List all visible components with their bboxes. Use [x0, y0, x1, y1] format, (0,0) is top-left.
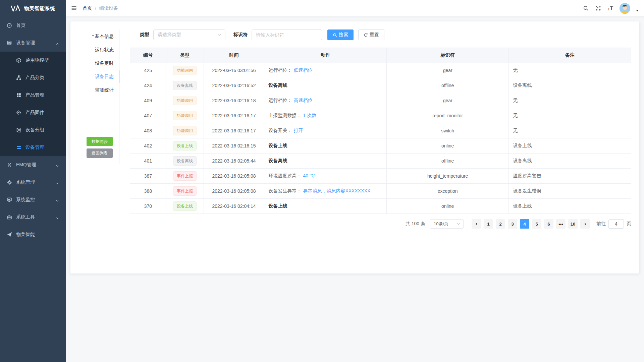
- cell-remark: 设备离线: [509, 78, 631, 93]
- column-header-标识符: 标识符: [386, 48, 509, 63]
- type-tag: 设备上线: [173, 201, 197, 211]
- cell-time: 2022-03-16 02:05:44: [204, 154, 264, 169]
- sidebar-item-设备分组[interactable]: 设备分组: [0, 121, 66, 139]
- caret-down-icon[interactable]: [636, 10, 639, 11]
- sidebar-item-系统管理[interactable]: 系统管理: [0, 174, 66, 191]
- detail-tab-nav: *基本信息运行状态设备定时设备日志监测统计 数据同步 返回列表: [70, 29, 119, 164]
- tab-运行状态[interactable]: 运行状态: [70, 43, 119, 56]
- search-icon[interactable]: [582, 5, 589, 12]
- type-select[interactable]: 请选择类型: [153, 29, 225, 40]
- cell-id: 408: [130, 123, 166, 138]
- search-button[interactable]: 搜索: [327, 29, 354, 40]
- log-table-header-row: 编号类型时间动作标识符备注: [130, 48, 631, 63]
- column-header-编号: 编号: [130, 48, 166, 63]
- sidebar-item-通用物模型[interactable]: 通用物模型: [0, 52, 66, 69]
- sidebar-item-产品分类[interactable]: 产品分类: [0, 69, 66, 86]
- action-link[interactable]: 低速档位: [293, 67, 312, 73]
- cell-identifier: exception: [386, 184, 509, 199]
- sidebar-item-设备管理[interactable]: 设备管理: [0, 139, 66, 156]
- cell-identifier: switch: [386, 123, 509, 138]
- cube-icon: [16, 58, 21, 63]
- avatar[interactable]: [620, 3, 630, 14]
- table-row: 387事件上报2022-03-16 02:05:08环境温度过高：40 ℃hei…: [130, 169, 631, 184]
- jump-page-input[interactable]: [608, 219, 624, 229]
- cell-identifier: gear: [386, 63, 509, 78]
- cell-time: 2022-03-16 02:16:52: [204, 78, 264, 93]
- cell-identifier: report_monitor: [386, 108, 509, 123]
- tab-设备定时[interactable]: 设备定时: [70, 56, 119, 70]
- sidebar-item-label: 产品管理: [25, 92, 63, 98]
- required-asterisk: *: [92, 34, 94, 39]
- action-link[interactable]: 1 次数: [303, 113, 316, 118]
- cell-id: 401: [130, 154, 166, 169]
- sidebar-item-系统工具[interactable]: 系统工具: [0, 208, 66, 226]
- chevron-down-icon: [218, 33, 222, 37]
- sidebar-item-产品固件[interactable]: 产品固件: [0, 104, 66, 121]
- type-tag: 功能调用: [173, 66, 197, 75]
- cell-remark: 无: [509, 93, 631, 108]
- tab-基本信息[interactable]: *基本信息: [70, 29, 119, 43]
- page-button-2[interactable]: 2: [496, 219, 505, 229]
- cell-action: 运行档位：低速档位: [264, 63, 387, 78]
- page-button-10[interactable]: 10: [568, 219, 578, 229]
- sidebar-item-EMQ管理[interactable]: EMQ管理: [0, 156, 66, 174]
- tab-label: 设备日志: [95, 74, 114, 79]
- reset-button[interactable]: 重置: [358, 29, 384, 40]
- page-button-1[interactable]: 1: [484, 219, 493, 229]
- toolbox-icon: [7, 215, 12, 220]
- next-page-button[interactable]: [580, 219, 590, 229]
- more-pages-button[interactable]: •••: [556, 219, 566, 229]
- cell-time: 2022-03-16 02:16:17: [204, 108, 264, 123]
- device-log-table: 编号类型时间动作标识符备注 425功能调用2022-03-16 03:01:56…: [130, 48, 631, 214]
- action-link[interactable]: 异常消息，消息内容XXXXXXXX: [303, 188, 370, 193]
- chevron-down-icon: [56, 181, 59, 184]
- sidebar-item-label: 设备管理: [16, 40, 56, 46]
- log-filter-form: 类型 请选择类型 标识符 搜索 重置: [140, 29, 631, 40]
- page-size-select[interactable]: 10条/页: [430, 219, 464, 229]
- cell-action: 运行档位：高速档位: [264, 93, 387, 108]
- refresh-icon: [364, 33, 368, 37]
- table-row: 370设备上线2022-03-16 02:04:14设备上线online设备上线: [130, 199, 631, 214]
- font-size-icon[interactable]: TT: [607, 5, 614, 12]
- search-button-label: 搜索: [339, 32, 348, 38]
- tab-监测统计[interactable]: 监测统计: [70, 83, 119, 97]
- tab-设备日志[interactable]: 设备日志: [70, 70, 119, 83]
- sidebar-item-首页[interactable]: 首页: [0, 17, 66, 34]
- table-row: 401设备离线2022-03-16 02:05:44设备离线offline设备离…: [130, 154, 631, 169]
- page-button-3[interactable]: 3: [508, 219, 517, 229]
- cell-remark: 设备发生错误: [509, 184, 631, 199]
- tab-label: 运行状态: [95, 47, 114, 52]
- tab-label: 设备定时: [95, 60, 114, 66]
- sidebar-item-物美智能[interactable]: 物美智能: [0, 226, 66, 243]
- cell-remark: 设备离线: [509, 154, 631, 169]
- data-sync-button[interactable]: 数据同步: [87, 137, 113, 146]
- prev-page-button[interactable]: [472, 219, 481, 229]
- page-button-5[interactable]: 5: [532, 219, 541, 229]
- sidebar-item-label: 设备管理: [25, 144, 63, 150]
- identifier-input[interactable]: [252, 29, 322, 40]
- back-to-list-button[interactable]: 返回列表: [87, 148, 113, 158]
- cell-id: 387: [130, 169, 166, 184]
- sidebar-item-系统监控[interactable]: 系统监控: [0, 191, 66, 208]
- cell-identifier: online: [386, 138, 509, 154]
- cell-type: 设备离线: [166, 78, 204, 93]
- page-button-6[interactable]: 6: [544, 219, 553, 229]
- cell-id: 409: [130, 93, 166, 108]
- send-icon: [7, 232, 12, 237]
- cell-time: 2022-03-16 02:16:17: [204, 123, 264, 138]
- sidebar-item-设备管理[interactable]: 设备管理: [0, 34, 66, 52]
- action-link[interactable]: 40 ℃: [303, 173, 315, 178]
- action-link[interactable]: 打开: [293, 128, 303, 133]
- jump-suffix: 页: [627, 221, 631, 227]
- page-button-4[interactable]: 4: [520, 219, 529, 229]
- sidebar-item-label: 物美智能: [16, 232, 63, 238]
- breadcrumb-home[interactable]: 首页: [83, 5, 92, 11]
- table-row: 425功能调用2022-03-16 03:01:56运行档位：低速档位gear无: [130, 63, 631, 78]
- action-link[interactable]: 高速档位: [293, 98, 312, 103]
- fullscreen-icon[interactable]: [595, 5, 601, 12]
- type-select-placeholder: 请选择类型: [158, 32, 218, 38]
- collapse-menu-icon[interactable]: [70, 5, 77, 12]
- action-text: 设备上线: [268, 143, 287, 148]
- sidebar-item-产品管理[interactable]: 产品管理: [0, 86, 66, 104]
- cell-action: 设备上线: [264, 138, 387, 154]
